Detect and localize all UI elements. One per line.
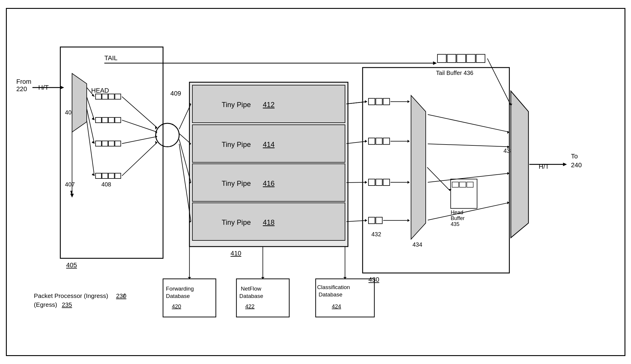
ref-407: 407 (65, 181, 75, 188)
svg-rect-19 (102, 173, 108, 178)
svg-line-38 (122, 137, 157, 144)
svg-rect-76 (376, 179, 382, 186)
from-220-label2: 220 (16, 85, 27, 93)
ref-434: 434 (412, 241, 422, 248)
svg-line-78 (346, 182, 367, 183)
tiny-pipe-414-label: Tiny Pipe (222, 140, 251, 148)
packet-processor-egress: (Egress) (34, 301, 57, 308)
svg-rect-12 (108, 117, 114, 123)
svg-rect-60 (476, 54, 485, 63)
ref-418: 418 (263, 218, 274, 226)
tiny-pipe-418-label: Tiny Pipe (222, 218, 251, 226)
svg-line-34 (122, 96, 157, 127)
packet-processor-label: Packet Processor (Ingress) (34, 292, 108, 299)
ref-432: 432 (371, 231, 381, 237)
ref-420: 420 (172, 303, 181, 309)
forwarding-db-label: Forwarding (166, 286, 194, 292)
ref-410: 410 (230, 250, 241, 257)
svg-rect-77 (383, 179, 389, 186)
head-buffer-label2: Buffer (450, 215, 464, 221)
svg-line-24 (86, 97, 94, 120)
svg-rect-11 (102, 117, 108, 123)
netflow-db-label2: Database (239, 293, 263, 299)
ref-409: 409 (170, 90, 181, 97)
tail-label: TAIL (104, 54, 117, 62)
svg-rect-14 (95, 141, 101, 146)
ref-422: 422 (245, 303, 255, 309)
ref-405: 405 (66, 261, 77, 269)
tail-buffer-label: Tail Buffer 436 (436, 70, 473, 76)
svg-marker-72 (365, 140, 367, 143)
svg-rect-68 (368, 138, 375, 145)
svg-rect-7 (102, 94, 108, 99)
svg-marker-81 (407, 181, 409, 184)
svg-rect-62 (376, 98, 382, 105)
svg-rect-9 (115, 94, 121, 99)
svg-line-106 (346, 101, 367, 104)
packet-processor-slash: / (123, 292, 125, 299)
svg-line-116 (427, 167, 450, 191)
ref-430: 430 (368, 276, 379, 283)
tiny-pipe-412-label: Tiny Pipe (222, 101, 251, 109)
ref-424: 424 (332, 303, 341, 309)
from-220-label: From (16, 78, 31, 85)
head-buffer-label3: 435 (450, 221, 459, 227)
svg-rect-20 (108, 173, 114, 178)
svg-line-71 (346, 141, 367, 144)
svg-rect-92 (467, 182, 473, 187)
classification-db-label2: Database (318, 291, 342, 298)
to-240-label: To (571, 153, 578, 160)
svg-marker-5 (72, 73, 87, 132)
ref-412: 412 (263, 101, 274, 109)
svg-marker-87 (407, 219, 409, 222)
svg-rect-91 (459, 182, 466, 187)
svg-line-102 (428, 203, 509, 220)
svg-rect-75 (368, 179, 375, 186)
svg-marker-79 (365, 181, 367, 184)
svg-rect-17 (115, 141, 121, 146)
main-diagram-container: From 220 H/T 405 TAIL 406 HEAD 407 408 (6, 8, 625, 356)
svg-line-96 (428, 114, 509, 132)
svg-marker-67 (407, 100, 409, 103)
classification-db-label: Classification (317, 284, 350, 290)
netflow-db-label: NetFlow (241, 286, 261, 292)
svg-rect-10 (95, 117, 101, 123)
svg-marker-4 (433, 61, 437, 65)
svg-line-100 (428, 173, 509, 182)
svg-rect-21 (115, 173, 121, 178)
svg-line-84 (346, 220, 367, 222)
svg-rect-69 (376, 138, 382, 145)
svg-line-104 (487, 58, 511, 106)
tiny-pipe-416-label: Tiny Pipe (222, 179, 251, 187)
svg-rect-83 (376, 217, 382, 224)
head-label: HEAD (91, 87, 109, 94)
svg-rect-57 (447, 54, 456, 63)
svg-line-28 (86, 120, 94, 176)
svg-rect-70 (383, 138, 389, 145)
svg-rect-63 (383, 98, 389, 105)
svg-rect-82 (368, 217, 375, 224)
svg-marker-93 (511, 91, 528, 238)
svg-line-36 (122, 120, 157, 132)
svg-rect-61 (368, 98, 375, 105)
svg-line-98 (428, 144, 509, 147)
svg-marker-1 (60, 86, 64, 89)
svg-marker-74 (407, 140, 409, 143)
svg-rect-18 (95, 173, 101, 178)
svg-rect-6 (95, 94, 101, 99)
forwarding-db-label2: Database (166, 293, 190, 299)
ref-416: 416 (263, 179, 274, 187)
svg-rect-13 (115, 117, 121, 123)
svg-line-40 (122, 142, 157, 176)
svg-marker-88 (411, 96, 426, 240)
svg-rect-16 (108, 141, 114, 146)
svg-line-26 (86, 109, 94, 143)
to-240-label2: 240 (571, 161, 582, 169)
svg-rect-59 (466, 54, 475, 63)
svg-rect-90 (452, 182, 458, 187)
ref-408: 408 (101, 181, 111, 188)
svg-rect-56 (437, 54, 446, 63)
svg-rect-58 (457, 54, 466, 63)
ref-235: 235 (62, 301, 72, 308)
svg-marker-32 (70, 194, 74, 198)
